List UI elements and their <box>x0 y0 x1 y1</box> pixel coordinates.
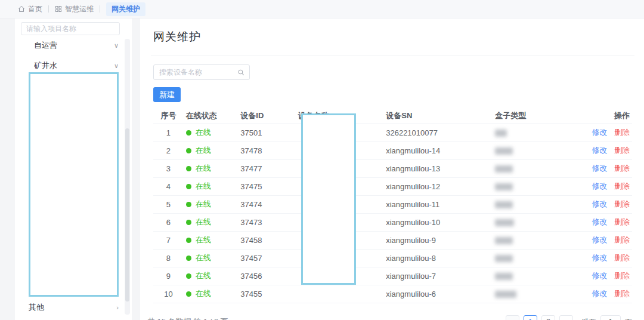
modify-link[interactable]: 修改 <box>592 128 607 137</box>
online-status: 在线 <box>186 160 236 177</box>
modify-link[interactable]: 修改 <box>592 181 607 190</box>
device-id-cell: 37478 <box>238 141 296 159</box>
online-status-label: 在线 <box>196 217 211 227</box>
row-number: 6 <box>153 213 184 231</box>
col-header-device-sn: 设备SN <box>383 108 493 124</box>
online-status-label: 在线 <box>196 181 211 192</box>
device-sn-cell: xiangmulilou-13 <box>383 159 493 177</box>
online-status-label: 在线 <box>196 199 211 210</box>
operation-cell: 修改 删除 <box>584 177 632 195</box>
col-header-box-type: 盒子类型 <box>493 108 583 124</box>
device-id-cell: 37477 <box>238 159 296 177</box>
box-type-cell <box>493 285 583 303</box>
sidebar-item-self-operated[interactable]: 自运营 ∨ <box>15 35 132 56</box>
online-dot-icon <box>186 130 191 136</box>
breadcrumb-gateway-maintenance[interactable]: 网关维护 <box>106 2 145 16</box>
breadcrumb-divider <box>48 5 49 13</box>
redacted-box-type <box>495 165 513 173</box>
row-number: 5 <box>153 195 184 213</box>
prev-page-button[interactable]: ‹ <box>506 315 519 320</box>
table-body: 1 在线 37501 326221010077 修改 删除 2 在线 37478… <box>153 124 632 303</box>
operation-cell: 修改 删除 <box>584 267 632 285</box>
operation-cell: 修改 删除 <box>584 195 632 213</box>
online-status: 在线 <box>186 124 236 141</box>
row-number: 2 <box>153 141 184 159</box>
gateway-maintenance-page: 首页 智慧运维 网关维护 自运营 ∨ 矿井水 ∨ 其他 › <box>0 0 644 320</box>
page-button-2[interactable]: 2 <box>541 315 555 320</box>
box-type-cell <box>493 124 583 141</box>
sidebar-scrollbar[interactable] <box>125 39 130 315</box>
delete-link[interactable]: 删除 <box>614 199 630 208</box>
delete-link[interactable]: 删除 <box>614 181 630 190</box>
device-id-cell: 37455 <box>238 285 296 303</box>
delete-link[interactable]: 删除 <box>614 235 630 244</box>
breadcrumb-smart-ops-label: 智慧运维 <box>65 4 94 14</box>
online-dot-icon <box>186 291 191 297</box>
breadcrumb-gateway-label: 网关维护 <box>112 4 140 14</box>
project-search-input[interactable] <box>21 22 120 35</box>
operation-cell: 修改 删除 <box>584 124 632 141</box>
modify-link[interactable]: 修改 <box>592 146 607 155</box>
online-dot-icon <box>186 166 191 171</box>
online-status-label: 在线 <box>196 288 211 299</box>
search-icon <box>237 68 245 79</box>
device-sn-cell: 326221010077 <box>383 124 493 141</box>
delete-link[interactable]: 删除 <box>614 289 630 298</box>
new-button[interactable]: 新建 <box>153 87 181 102</box>
box-type-cell <box>493 267 583 285</box>
sidebar-item-other[interactable]: 其他 › <box>15 297 132 318</box>
online-status: 在线 <box>186 250 236 267</box>
operation-cell: 修改 删除 <box>584 249 632 267</box>
sidebar-item-label: 自运营 <box>34 40 57 51</box>
page-unit-label: 页 <box>625 317 632 320</box>
breadcrumb-smart-ops[interactable]: 智慧运维 <box>55 4 94 14</box>
breadcrumb: 首页 智慧运维 网关维护 <box>0 0 644 19</box>
delete-link[interactable]: 删除 <box>614 128 630 137</box>
modify-link[interactable]: 修改 <box>592 199 607 208</box>
table-row: 6 在线 37473 xiangmulilou-10 修改 删除 <box>153 213 632 231</box>
row-number: 3 <box>153 159 184 177</box>
delete-link[interactable]: 删除 <box>614 164 630 173</box>
col-header-device-id: 设备ID <box>238 108 296 124</box>
online-status: 在线 <box>186 178 236 195</box>
delete-link[interactable]: 删除 <box>614 146 630 155</box>
modify-link[interactable]: 修改 <box>592 164 607 173</box>
modify-link[interactable]: 修改 <box>592 217 607 226</box>
device-search-input[interactable] <box>153 64 250 80</box>
modify-link[interactable]: 修改 <box>592 289 607 298</box>
online-dot-icon <box>186 238 191 243</box>
delete-link[interactable]: 删除 <box>614 271 630 280</box>
table-row: 8 在线 37457 xiangmulilou-8 修改 删除 <box>153 249 632 267</box>
online-dot-icon <box>186 202 191 207</box>
breadcrumb-home[interactable]: 首页 <box>18 4 42 14</box>
box-type-cell <box>493 159 583 177</box>
redacted-box-type <box>495 255 513 262</box>
online-status: 在线 <box>186 285 236 303</box>
modify-link[interactable]: 修改 <box>592 271 607 280</box>
record-count-text: 共 15 条数据 第 1 / 2 页 <box>147 316 228 320</box>
online-status: 在线 <box>186 142 236 159</box>
online-dot-icon <box>186 273 191 279</box>
row-number: 7 <box>153 231 184 249</box>
online-dot-icon <box>186 256 191 261</box>
table-row: 7 在线 37458 xiangmulilou-9 修改 删除 <box>153 231 632 249</box>
table-row: 10 在线 37455 xiangmulilou-6 修改 删除 <box>153 285 632 303</box>
box-type-cell <box>493 249 583 267</box>
jump-page-input[interactable] <box>600 315 621 320</box>
modify-link[interactable]: 修改 <box>592 253 607 262</box>
breadcrumb-divider <box>100 5 100 13</box>
box-type-cell <box>493 195 583 213</box>
delete-link[interactable]: 删除 <box>614 253 630 262</box>
box-type-cell <box>493 231 583 249</box>
modify-link[interactable]: 修改 <box>592 235 607 244</box>
redacted-box-type <box>495 273 513 280</box>
online-status-label: 在线 <box>196 163 211 174</box>
col-header-status: 在线状态 <box>184 108 238 124</box>
delete-link[interactable]: 删除 <box>614 217 630 226</box>
device-id-cell: 37474 <box>238 195 296 213</box>
operation-cell: 修改 删除 <box>584 213 632 231</box>
device-sn-cell: xiangmulilou-9 <box>383 231 493 249</box>
sidebar-scrollbar-thumb[interactable] <box>125 128 129 301</box>
next-page-button[interactable]: › <box>559 315 573 320</box>
page-button-1[interactable]: 1 <box>524 315 537 320</box>
